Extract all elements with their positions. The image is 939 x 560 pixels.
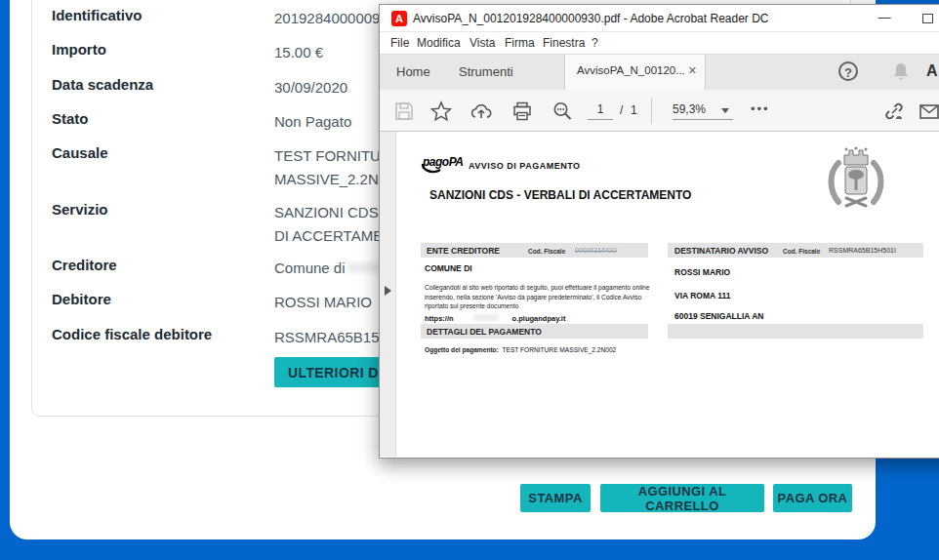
screen: Identificativo 20192840000093 Importo 15…	[0, 0, 939, 560]
menu-modifica[interactable]: Modifica	[417, 36, 461, 50]
email-icon[interactable]	[919, 100, 939, 122]
field-value: Non Pagato	[274, 110, 351, 134]
page-number-input[interactable]: 1	[588, 102, 613, 120]
destinatario-name: ROSSI MARIO	[674, 267, 730, 277]
field-label: Stato	[52, 110, 89, 127]
cod-fiscale-value-redacted: 00000310420	[575, 247, 617, 254]
field-value: 15.00 €	[274, 41, 323, 64]
menu-help[interactable]: ?	[592, 36, 598, 50]
cloud-upload-icon[interactable]	[470, 100, 492, 122]
navigation-pane-toggle[interactable]	[380, 132, 396, 457]
zoom-level-value: 59,3%	[673, 102, 706, 116]
zoom-level-dropdown[interactable]: 59,3%	[673, 102, 733, 120]
window-titlebar[interactable]: A AvvisoPA_N_001201928400000930.pdf - Ad…	[380, 5, 939, 32]
help-icon[interactable]: ?	[838, 61, 858, 81]
expand-pane-arrow-icon	[385, 286, 391, 296]
menu-vista[interactable]: Vista	[470, 36, 495, 50]
cod-fiscale-value: RSSMRA65B15H501I	[829, 247, 896, 254]
tab-document-label: AvvisoPA_N_00120...	[577, 64, 685, 76]
acrobat-app-icon: A	[391, 11, 407, 26]
chevron-down-icon	[721, 108, 729, 113]
more-tools-icon[interactable]: •••	[751, 101, 770, 116]
field-label: Data scadenza	[52, 76, 153, 93]
field-label: Causale	[52, 144, 108, 161]
payment-instructions: Collegandoti al sito web riportato di se…	[425, 283, 664, 311]
paga-ora-button[interactable]: PAGA ORA	[773, 484, 852, 512]
pdf-page: pagoPA AVVISO DI PAGAMENTO SANZIONI CDS …	[397, 132, 923, 457]
pagopa-logo-swoosh	[421, 163, 462, 175]
maximize-button[interactable]	[912, 5, 939, 32]
menu-finestra[interactable]: Finestra	[543, 36, 585, 50]
field-label: Identificativo	[52, 7, 143, 23]
field-label: Codice fiscale debitore	[52, 326, 212, 342]
aggiungi-al-carrello-button[interactable]: AGGIUNGI AL CARRELLO	[600, 484, 764, 512]
destinatario-city: 60019 SENIGALLIA AN	[674, 311, 763, 321]
menu-bar: File Modifica Vista Firma Finestra ?	[380, 32, 939, 55]
destinatario-band: DESTINATARIO AVVISO Cod. Fiscale RSSMRA6…	[668, 243, 923, 258]
tab-home[interactable]: Home	[396, 55, 430, 90]
page-divider: /	[620, 103, 623, 117]
stampa-button[interactable]: STAMPA	[520, 484, 591, 512]
page-total: 1	[631, 103, 637, 117]
redaction-smudge	[347, 262, 383, 273]
field-label: Debitore	[52, 291, 111, 307]
minimize-button[interactable]: —	[868, 5, 901, 32]
ente-creditore-header: ENTE CREDITORE	[427, 246, 500, 256]
star-favorites-icon[interactable]	[430, 100, 452, 122]
tab-document[interactable]: AvvisoPA_N_00120... ✕	[564, 55, 706, 90]
destinatario-header: DESTINATARIO AVVISO	[674, 246, 768, 256]
field-label: Importo	[52, 41, 106, 58]
tab-strumenti[interactable]: Strumenti	[459, 55, 513, 90]
save-icon[interactable]	[393, 100, 415, 122]
pdf-content-area: pagoPA AVVISO DI PAGAMENTO SANZIONI CDS …	[380, 132, 939, 457]
menu-file[interactable]: File	[390, 36, 409, 50]
print-icon[interactable]	[511, 100, 533, 122]
url-redaction-smudge	[473, 314, 499, 321]
field-label: Servizio	[52, 201, 108, 218]
dettagli-header: DETTAGLI DEL PAGAMENTO	[427, 327, 542, 337]
cod-fiscale-label: Cod. Fiscale	[528, 248, 565, 255]
menu-firma[interactable]: Firma	[505, 36, 535, 50]
field-value: ROSSI MARIO	[274, 291, 372, 314]
pdf-document-title: SANZIONI CDS - VERBALI DI ACCERTAMENTO	[429, 188, 691, 202]
maximize-icon	[922, 14, 933, 23]
tab-bar: Home Strumenti AvvisoPA_N_00120... ✕ ? A	[380, 55, 939, 90]
window-title: AvvisoPA_N_001201928400000930.pdf - Adob…	[413, 12, 769, 25]
field-value: 20192840000093	[274, 7, 388, 30]
toolbar-separator	[651, 98, 652, 124]
field-value: 30/09/2020	[274, 76, 347, 100]
search-zoom-icon[interactable]	[551, 100, 573, 122]
destinatario-address: VIA ROMA 111	[674, 291, 730, 300]
comune-name: COMUNE DI	[425, 263, 472, 273]
notifications-bell-icon[interactable]	[891, 61, 911, 82]
oggetto-pagamento: Oggetto del pagamento: TEST FORNITURE MA…	[425, 345, 616, 355]
dettagli-pagamento-band: DETTAGLI DEL PAGAMENTO	[421, 324, 648, 339]
cod-fiscale-label: Cod. Fiscale	[783, 248, 820, 255]
municipal-crest-image	[821, 141, 891, 221]
ente-creditore-band: ENTE CREDITORE Cod. Fiscale 00000310420	[421, 243, 648, 258]
dettagli-band-right	[668, 324, 923, 339]
acrobat-reader-window: A AvvisoPA_N_001201928400000930.pdf - Ad…	[379, 4, 939, 459]
avviso-di-pagamento-label: AVVISO DI PAGAMENTO	[469, 161, 581, 171]
signin-label-partial[interactable]: A	[926, 62, 938, 80]
tab-close-icon[interactable]: ✕	[688, 64, 697, 77]
payment-url: https://no.plugandpay.it	[425, 314, 565, 323]
pdf-toolbar: 1 / 1 59,3% •••	[380, 90, 939, 132]
field-label: Creditore	[52, 257, 117, 273]
share-link-icon[interactable]	[883, 100, 905, 122]
